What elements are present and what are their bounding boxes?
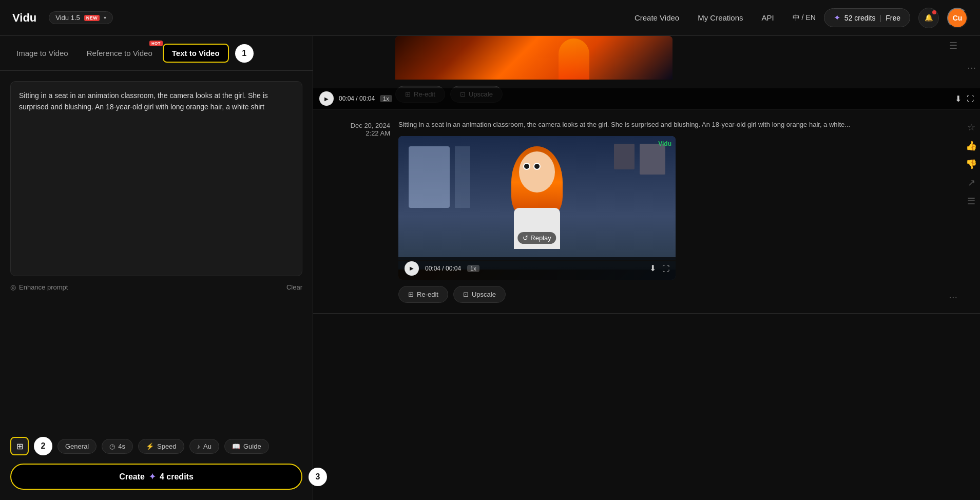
first-video-card: ☰ ▶ 00:04 / 00:04 1x ⬇ ⛶ ⊞ Re-edit [313,36,980,109]
credits-plan: Free [886,14,900,22]
version-text: Vidu 1.5 [55,14,80,22]
nav-my-creations[interactable]: My Creations [698,13,743,22]
video-thumbnail-main: Vidu ↺ Replay ▶ [398,136,676,280]
create-label: Create [119,472,145,482]
upscale-icon-main: ⊡ [463,291,469,298]
more-menu-top[interactable]: ··· [967,62,976,73]
card-date: Dec 20, 2024 [323,122,390,129]
video-controls-main: ▶ 00:04 / 00:04 1x ⬇ ⛶ [398,257,676,280]
second-video-card: Dec 20, 2024 2:22 AM Sitting in a seat i… [313,109,980,314]
card-content: Sitting in a seat in an animation classr… [398,120,959,303]
audio-selector[interactable]: ♪ Au [189,439,219,454]
create-star-icon: ✦ [149,472,156,482]
clock-icon: ◷ [109,443,115,450]
version-badge[interactable]: Vidu 1.5 NEW ▾ [49,11,113,24]
hot-badge: HOT [149,41,163,46]
logo: Vidu [12,11,36,25]
video-thumbnail-top [395,36,672,80]
enhance-icon: ◎ [10,283,16,291]
clear-button[interactable]: Clear [286,283,302,291]
audio-icon: ♪ [197,443,201,450]
star-icon[interactable]: ☆ [967,122,975,133]
right-panel: ☰ ▶ 00:04 / 00:04 1x ⬇ ⛶ ⊞ Re-edit [313,36,980,500]
card-meta: Dec 20, 2024 2:22 AM [323,120,390,137]
credits-amount: 52 credits [844,14,876,22]
share-icon[interactable]: ↗ [968,177,975,188]
replay-icon: ↺ [523,234,528,242]
speed-icon: ⚡ [146,443,154,450]
list-icon-main[interactable]: ☰ [967,196,975,207]
play-icon-top: ▶ [324,96,329,102]
guide-label: Guide [243,443,261,450]
download-button-main[interactable]: ⬇ [649,263,656,273]
nav-links: Create Video My Creations API 中 / EN [635,13,816,23]
mode-selector[interactable]: General [57,439,97,454]
card-description: Sitting in a seat in an animation classr… [398,120,959,130]
duration-label: 4s [118,443,125,450]
credits-button[interactable]: ✦ 52 credits | Free [824,8,910,27]
filter-icon: ⊞ [16,441,23,451]
settings-row: ⊞ 2 General ◷ 4s ⚡ Speed ♪ Au 📖 Guide [0,437,313,464]
list-icon-top[interactable]: ☰ [949,40,957,51]
like-icon[interactable]: 👍 [966,140,977,151]
step-badge-2: 2 [34,437,52,455]
play-button-main[interactable]: ▶ [405,261,419,276]
upscale-label-main: Upscale [472,291,496,298]
prompt-footer: ◎ Enhance prompt Clear [10,278,302,293]
time-display-main: 00:04 / 00:04 [425,265,461,272]
tabs-row: Image to Video Reference to Video HOT Te… [0,36,313,71]
side-icons: ☆ 👍 👎 ↗ ☰ [966,122,977,207]
quality-label: Speed [157,443,177,450]
prompt-input[interactable] [10,81,302,276]
replay-label: Replay [530,234,551,242]
credits-star-icon: ✦ [834,13,840,23]
create-btn-row: Create ✦ 4 credits 3 [0,464,313,500]
quality-selector[interactable]: ⚡ Speed [138,439,184,454]
dislike-icon[interactable]: 👎 [966,159,977,170]
prompt-container: ◎ Enhance prompt Clear [0,71,313,437]
avatar-button[interactable]: Cu [947,8,968,28]
create-button[interactable]: Create ✦ 4 credits [10,464,302,490]
bell-icon: 🔔 [925,14,933,22]
card-actions-main: ⊞ Re-edit ⊡ Upscale [398,286,959,303]
more-menu-main[interactable]: ··· [949,291,957,303]
re-edit-button-main[interactable]: ⊞ Re-edit [398,286,448,303]
tab-reference-to-video[interactable]: Reference to Video HOT [79,45,161,62]
card-time: 2:22 AM [323,129,390,137]
notification-dot [932,10,936,14]
create-btn-wrapper: Create ✦ 4 credits 3 [10,464,302,490]
speed-badge-top: 1x [380,95,392,102]
fullscreen-button-top[interactable]: ⛶ [967,94,974,103]
play-icon-main: ▶ [410,265,414,271]
video-controls-top: ▶ 00:04 / 00:04 1x ⬇ ⛶ [313,88,980,109]
re-edit-label-main: Re-edit [417,291,438,298]
speed-badge-main: 1x [467,265,479,272]
replay-overlay[interactable]: ↺ Replay [517,232,556,244]
lang-toggle[interactable]: 中 / EN [793,13,816,23]
guide-button[interactable]: 📖 Guide [224,439,269,454]
vidu-watermark: Vidu [658,140,671,147]
credits-divider: | [880,14,882,22]
re-edit-icon-main: ⊞ [408,291,414,298]
download-button-top[interactable]: ⬇ [955,94,962,104]
time-display-top: 00:04 / 00:04 [339,95,375,102]
left-panel: Image to Video Reference to Video HOT Te… [0,36,313,500]
notification-button[interactable]: 🔔 [918,8,939,28]
fullscreen-button-main[interactable]: ⛶ [662,264,669,273]
enhance-prompt-button[interactable]: ◎ Enhance prompt [10,283,68,291]
tab-image-to-video[interactable]: Image to Video [8,45,76,62]
nav-create-video[interactable]: Create Video [635,13,679,22]
main-layout: Image to Video Reference to Video HOT Te… [0,36,980,500]
mode-label: General [65,443,89,450]
duration-selector[interactable]: ◷ 4s [102,439,133,454]
nav-api[interactable]: API [762,13,774,22]
settings-filter-button[interactable]: ⊞ [10,437,29,455]
play-button-top[interactable]: ▶ [319,91,334,106]
classroom-thumbnail: Vidu ↺ Replay [398,136,676,270]
upscale-button-main[interactable]: ⊡ Upscale [453,286,506,303]
chevron-down-icon: ▾ [104,15,106,21]
header: Vidu Vidu 1.5 NEW ▾ Create Video My Crea… [0,0,980,36]
enhance-label: Enhance prompt [19,283,68,291]
audio-label: Au [203,443,212,450]
tab-text-to-video[interactable]: Text to Video [163,44,229,63]
